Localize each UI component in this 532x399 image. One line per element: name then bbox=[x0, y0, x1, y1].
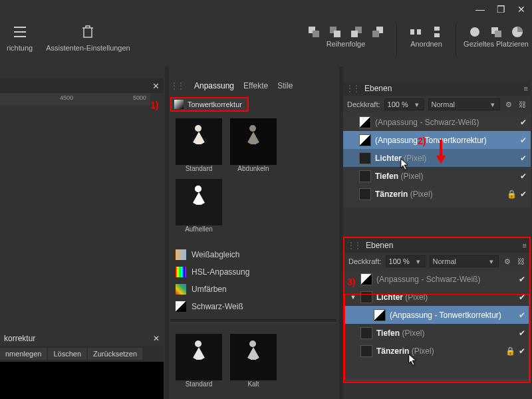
order-group[interactable]: Reihenfolge bbox=[299, 24, 392, 48]
link-icon[interactable]: ⛓ bbox=[517, 100, 527, 109]
preset-header-levels[interactable]: Tonwertkorrektur bbox=[170, 97, 249, 112]
window-close[interactable]: ✕ bbox=[517, 4, 525, 15]
svg-rect-14 bbox=[495, 31, 501, 37]
visibility-check-icon[interactable]: ✔ bbox=[517, 346, 527, 356]
place-circle-icon[interactable] bbox=[467, 24, 483, 40]
visibility-check-icon[interactable]: ✔ bbox=[519, 172, 528, 181]
histogram-area[interactable] bbox=[0, 362, 164, 399]
callout-3: 3) bbox=[347, 277, 355, 287]
preset-bw-standard[interactable]: Standard bbox=[176, 334, 222, 388]
visibility-check-icon[interactable]: ✔ bbox=[517, 275, 527, 284]
bring-forward-icon[interactable] bbox=[327, 24, 343, 40]
adjust-recolor[interactable]: Umfärben bbox=[176, 281, 335, 298]
opacity-field[interactable]: 100 %▾ bbox=[386, 255, 426, 267]
preset-lighten[interactable]: Aufhellen bbox=[176, 179, 222, 233]
arrange-v-icon[interactable] bbox=[429, 24, 445, 40]
tab-effekte[interactable]: Effekte bbox=[243, 81, 268, 90]
svg-rect-10 bbox=[434, 27, 440, 31]
merge-button[interactable]: nmenlegen bbox=[0, 348, 47, 360]
send-backward-icon[interactable] bbox=[348, 24, 364, 40]
window-minimize[interactable]: — bbox=[475, 4, 485, 15]
blend-mode-select[interactable]: Normal▾ bbox=[428, 98, 500, 110]
layer-thumb-icon bbox=[359, 152, 371, 164]
visibility-check-icon[interactable]: ✔ bbox=[519, 154, 528, 163]
svg-rect-8 bbox=[410, 29, 414, 35]
gear-icon[interactable]: ⚙ bbox=[504, 100, 513, 109]
layer-thumb-icon bbox=[359, 116, 371, 128]
layer-row[interactable]: Tiefen (Pixel)✔ bbox=[343, 167, 531, 185]
place-stack-icon[interactable] bbox=[488, 24, 504, 40]
main-toolbar: richtung Assistenten-Einstellungen Reihe… bbox=[0, 20, 532, 60]
arrange-group[interactable]: Anordnen bbox=[401, 24, 452, 48]
assistant-settings[interactable]: Assistenten-Einstellungen bbox=[46, 24, 130, 52]
disclosure-icon[interactable]: ▼ bbox=[350, 294, 356, 301]
close-icon[interactable]: ✕ bbox=[153, 334, 160, 343]
ruler-tick: 5000 bbox=[133, 94, 146, 101]
hsl-icon bbox=[176, 267, 186, 277]
layer-row[interactable]: Tänzerin (Pixel)🔒✔ bbox=[343, 185, 531, 203]
adjustment-panel-tabs: ⋮⋮ Anpassung Effekte Stile bbox=[170, 81, 293, 90]
levels-presets: Standard Abdunkeln Aufhellen bbox=[176, 118, 342, 239]
layer-thumb-icon bbox=[360, 291, 372, 303]
svg-rect-3 bbox=[334, 31, 340, 37]
layer-thumb-icon bbox=[359, 134, 371, 146]
tab-anpassung[interactable]: Anpassung bbox=[194, 81, 234, 90]
levels-panel-title: korrektur bbox=[4, 334, 35, 343]
reset-button[interactable]: Zurücksetzen bbox=[88, 348, 142, 360]
visibility-check-icon[interactable]: ✔ bbox=[517, 311, 527, 320]
lock-icon[interactable]: 🔒 bbox=[505, 346, 513, 356]
layer-row[interactable]: (Anpassung - Tonwertkorrektur)✔ bbox=[344, 306, 529, 324]
adjust-whitebalance[interactable]: Weißabgleich bbox=[176, 246, 335, 263]
layer-thumb-icon bbox=[360, 273, 372, 285]
svg-rect-1 bbox=[313, 31, 319, 37]
panel-menu-icon[interactable]: ≡ bbox=[524, 84, 528, 92]
adjust-blackwhite[interactable]: Schwarz-Weiß bbox=[176, 298, 335, 315]
panel-grip-icon[interactable]: ⋮⋮ bbox=[347, 241, 360, 250]
layers-title: Ebenen bbox=[366, 241, 393, 250]
layers-title: Ebenen bbox=[364, 84, 392, 93]
panel-divider[interactable] bbox=[165, 66, 169, 399]
lock-icon[interactable]: 🔒 bbox=[507, 190, 515, 199]
gear-icon[interactable]: ⚙ bbox=[503, 257, 512, 266]
callout-2: 2) bbox=[418, 136, 426, 146]
callout-1: 1) bbox=[150, 100, 158, 110]
layer-row[interactable]: Tiefen (Pixel)✔ bbox=[344, 324, 529, 342]
layer-thumb-icon bbox=[360, 345, 372, 357]
opacity-field[interactable]: 100 %▾ bbox=[384, 98, 424, 110]
send-back-icon[interactable] bbox=[370, 24, 386, 40]
layer-row[interactable]: (Anpassung - Schwarz-Weiß)✔ bbox=[344, 270, 529, 288]
order-label: Reihenfolge bbox=[327, 40, 366, 48]
ruler-tick: 4500 bbox=[60, 94, 73, 101]
preset-bw-cold[interactable]: Kalt bbox=[230, 334, 277, 388]
close-tab-icon[interactable]: ✕ bbox=[152, 81, 160, 91]
visibility-check-icon[interactable]: ✔ bbox=[517, 329, 527, 338]
panel-grip-icon[interactable]: ⋮⋮ bbox=[170, 81, 184, 90]
layer-row[interactable]: ▼Lichter (Pixel)✔ bbox=[344, 288, 529, 306]
link-icon[interactable]: ⛓ bbox=[516, 257, 525, 266]
blend-mode-select[interactable]: Normal▾ bbox=[430, 255, 499, 267]
toolbar-separator bbox=[396, 24, 397, 56]
layer-row[interactable]: (Anpassung - Schwarz-Weiß)✔ bbox=[343, 113, 531, 131]
place-pie-icon[interactable] bbox=[509, 24, 525, 40]
adjust-hsl[interactable]: HSL-Anpassung bbox=[176, 263, 335, 281]
toolbar-separator bbox=[456, 24, 456, 56]
delete-button[interactable]: Löschen bbox=[48, 348, 86, 360]
tab-stile[interactable]: Stile bbox=[277, 81, 293, 90]
panel-grip-icon[interactable]: ⋮⋮ bbox=[346, 84, 359, 93]
layer-row[interactable]: Tänzerin (Pixel)🔒✔ bbox=[344, 342, 529, 360]
svg-rect-7 bbox=[372, 31, 379, 37]
visibility-check-icon[interactable]: ✔ bbox=[519, 118, 528, 127]
arrow-down-icon bbox=[436, 140, 446, 165]
bring-front-icon[interactable] bbox=[306, 24, 322, 40]
svg-rect-11 bbox=[434, 33, 440, 37]
panel-menu-icon[interactable]: ≡ bbox=[523, 241, 527, 249]
arrange-h-icon[interactable] bbox=[408, 24, 424, 40]
preset-darken[interactable]: Abdunkeln bbox=[230, 118, 277, 172]
visibility-check-icon[interactable]: ✔ bbox=[519, 136, 528, 145]
preset-standard[interactable]: Standard bbox=[176, 118, 222, 172]
window-maximize[interactable]: ❐ bbox=[497, 4, 505, 15]
align-tool[interactable]: richtung bbox=[7, 24, 33, 52]
visibility-check-icon[interactable]: ✔ bbox=[519, 190, 528, 199]
place-group[interactable]: Gezieltes Platzieren bbox=[460, 24, 532, 48]
visibility-check-icon[interactable]: ✔ bbox=[517, 293, 527, 302]
